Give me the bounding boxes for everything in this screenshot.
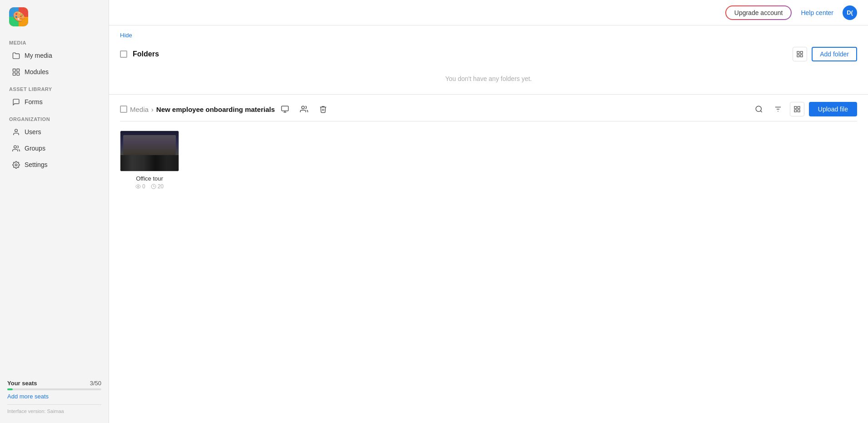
- svg-rect-20: [794, 106, 797, 109]
- seats-bar-background: [7, 388, 101, 390]
- settings-icon: [12, 161, 20, 169]
- breadcrumb-arrow: ›: [151, 106, 154, 113]
- app-logo: [9, 7, 28, 26]
- list-item[interactable]: Office tour 0 20: [120, 131, 179, 190]
- topbar: Upgrade account Help center D(: [109, 0, 868, 25]
- sidebar-item-forms[interactable]: Forms: [3, 94, 106, 110]
- svg-rect-0: [13, 69, 15, 71]
- upgrade-account-button[interactable]: Upgrade account: [725, 5, 792, 20]
- interface-version: Interface version: Saimaa: [7, 404, 101, 414]
- file-completions-count: 20: [158, 183, 164, 190]
- modules-icon: [12, 68, 20, 76]
- groups-icon: [12, 144, 20, 152]
- breadcrumb: Media › New employee onboarding material…: [120, 102, 330, 116]
- media-checkbox[interactable]: [120, 106, 127, 113]
- my-media-label: My media: [25, 52, 52, 59]
- svg-rect-1: [16, 69, 19, 71]
- organization-label: Organization: [0, 110, 109, 124]
- svg-rect-23: [798, 110, 800, 112]
- groups-label: Groups: [25, 145, 45, 152]
- folders-empty-message: You don't have any folders yet.: [120, 66, 857, 87]
- modules-label: Modules: [25, 68, 49, 76]
- breadcrumb-current: New employee onboarding materials: [156, 106, 275, 113]
- media-grid-toggle-button[interactable]: [790, 102, 804, 116]
- add-more-seats-link[interactable]: Add more seats: [7, 393, 101, 400]
- sidebar: Media My media Modules Asset library For…: [0, 0, 109, 423]
- file-completions: 20: [151, 183, 164, 190]
- seats-label: Your seats: [7, 380, 37, 387]
- presentation-icon[interactable]: [278, 102, 292, 116]
- file-name: Office tour: [136, 175, 163, 182]
- sidebar-item-modules[interactable]: Modules: [3, 64, 106, 80]
- svg-rect-3: [16, 72, 19, 75]
- media-section: Media › New employee onboarding material…: [109, 95, 868, 197]
- forms-icon: [12, 98, 20, 106]
- folders-header-right: Add folder: [793, 47, 857, 61]
- hide-link[interactable]: Hide: [109, 25, 868, 42]
- file-views: 0: [135, 183, 145, 190]
- media-section-header: Media › New employee onboarding material…: [120, 102, 857, 121]
- svg-point-4: [15, 129, 17, 132]
- media-section-label: Media: [0, 34, 109, 47]
- folders-checkbox[interactable]: [120, 50, 127, 58]
- office-thumb-image: [120, 131, 179, 171]
- folders-header-left: Folders: [120, 50, 159, 58]
- svg-rect-22: [794, 110, 797, 112]
- add-folder-button[interactable]: Add folder: [812, 47, 857, 61]
- file-meta: 0 20: [135, 183, 164, 190]
- seats-bar-fill: [7, 388, 13, 390]
- svg-rect-9: [797, 55, 799, 57]
- forms-label: Forms: [25, 98, 43, 106]
- file-views-count: 0: [142, 183, 145, 190]
- delete-icon[interactable]: [316, 102, 330, 116]
- folder-icon: [12, 51, 20, 60]
- logo-area: [0, 0, 109, 34]
- sidebar-item-my-media[interactable]: My media: [3, 48, 106, 63]
- svg-point-24: [137, 186, 139, 187]
- users-label: Users: [25, 128, 41, 136]
- svg-rect-21: [798, 106, 800, 109]
- sidebar-item-users[interactable]: Users: [3, 124, 106, 140]
- settings-label: Settings: [25, 161, 48, 168]
- breadcrumb-media: Media: [130, 106, 149, 113]
- content-area: Hide Folders Add: [109, 25, 868, 423]
- svg-point-15: [756, 106, 761, 111]
- folders-header: Folders Add folder: [120, 42, 857, 66]
- seats-row: Your seats 3/50: [7, 380, 101, 387]
- seats-count: 3/50: [90, 380, 101, 387]
- file-thumbnail: [120, 131, 179, 171]
- user-icon: [12, 128, 20, 136]
- breadcrumb-toolbar-icons: [278, 102, 330, 116]
- svg-point-6: [15, 164, 17, 166]
- share-icon[interactable]: [297, 102, 311, 116]
- sidebar-item-settings[interactable]: Settings: [3, 157, 106, 172]
- upload-file-button[interactable]: Upload file: [809, 102, 857, 116]
- sidebar-item-groups[interactable]: Groups: [3, 141, 106, 156]
- grid-toggle-button[interactable]: [793, 47, 807, 61]
- svg-point-14: [302, 106, 304, 109]
- asset-library-label: Asset library: [0, 80, 109, 94]
- search-icon[interactable]: [752, 102, 766, 116]
- sidebar-bottom: Your seats 3/50 Add more seats Interface…: [0, 380, 109, 418]
- file-grid: Office tour 0 20: [120, 131, 857, 190]
- svg-line-16: [760, 111, 762, 112]
- main-content: Upgrade account Help center D( Hide Fold…: [109, 0, 868, 423]
- svg-rect-11: [281, 106, 288, 111]
- help-center-link[interactable]: Help center: [801, 9, 833, 16]
- filter-icon[interactable]: [771, 102, 785, 116]
- user-avatar[interactable]: D(: [843, 5, 857, 20]
- svg-point-5: [14, 146, 16, 148]
- svg-rect-10: [801, 55, 803, 57]
- folders-title: Folders: [133, 50, 159, 58]
- svg-rect-2: [13, 72, 15, 75]
- folders-section: Folders Add folder You don't have any fo…: [109, 42, 868, 95]
- svg-rect-8: [801, 51, 803, 54]
- media-actions-right: Upload file: [752, 102, 857, 116]
- svg-rect-7: [797, 51, 799, 54]
